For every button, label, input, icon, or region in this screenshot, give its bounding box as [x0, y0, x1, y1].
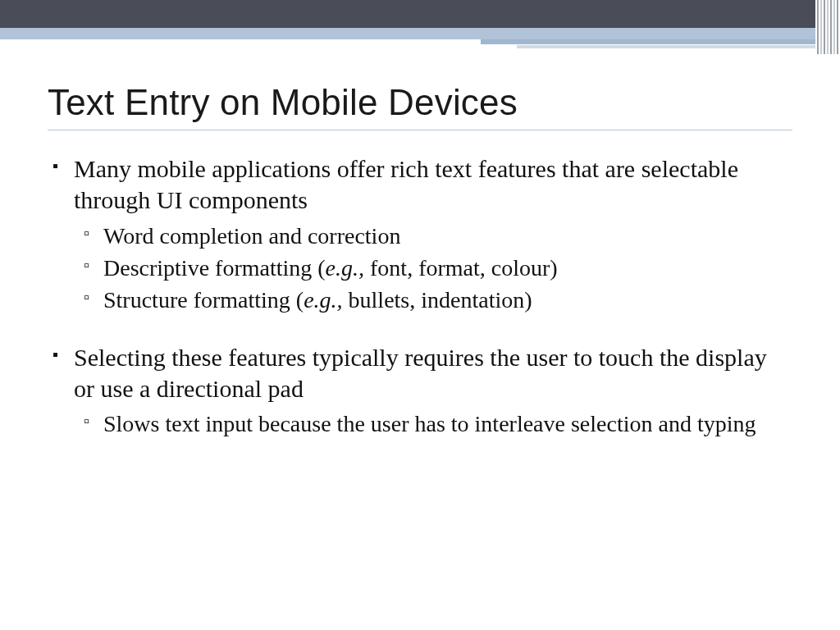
sub-bullet-text: Word completion and correction — [103, 223, 400, 249]
text-prefix: Structure formatting ( — [103, 287, 304, 313]
sub-bullet-list: Word completion and correction Descripti… — [74, 221, 792, 316]
list-item: Slows text input because the user has to… — [74, 409, 792, 440]
text-eg: e.g., — [326, 255, 364, 281]
bullet-list: Many mobile applications offer rich text… — [48, 153, 792, 440]
sub-bullet-list: Slows text input because the user has to… — [74, 409, 792, 440]
text-suffix: font, format, colour) — [364, 255, 558, 281]
list-item: Many mobile applications offer rich text… — [48, 153, 792, 316]
sub-bullet-text: Structure formatting (e.g., bullets, ind… — [103, 287, 532, 313]
list-item: Selecting these features typically requi… — [48, 342, 792, 441]
header-bar-light — [0, 28, 840, 39]
text-eg: e.g., — [304, 287, 342, 313]
header-accent-2 — [517, 45, 829, 48]
text-suffix: bullets, indentation) — [343, 287, 532, 313]
header-bar-dark — [0, 0, 840, 28]
header-stripes-icon — [815, 0, 840, 54]
list-item: Structure formatting (e.g., bullets, ind… — [74, 285, 792, 316]
slide: Text Entry on Mobile Devices Many mobile… — [0, 0, 840, 630]
text-prefix: Descriptive formatting ( — [103, 255, 326, 281]
list-item: Word completion and correction — [74, 221, 792, 252]
sub-bullet-text: Descriptive formatting (e.g., font, form… — [103, 255, 558, 281]
list-item: Descriptive formatting (e.g., font, form… — [74, 253, 792, 284]
header-accent-1 — [481, 39, 833, 44]
slide-content: Text Entry on Mobile Devices Many mobile… — [48, 82, 792, 466]
slide-title: Text Entry on Mobile Devices — [48, 82, 792, 130]
bullet-text: Selecting these features typically requi… — [74, 342, 792, 405]
bullet-text: Many mobile applications offer rich text… — [74, 153, 792, 217]
sub-bullet-text: Slows text input because the user has to… — [103, 411, 756, 436]
